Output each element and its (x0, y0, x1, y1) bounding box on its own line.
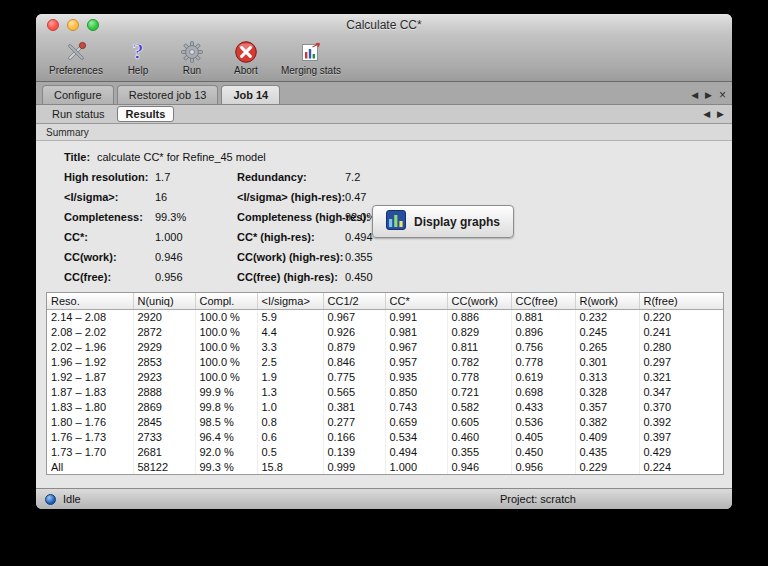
table-cell: 0.881 (511, 309, 575, 324)
table-cell: 0.957 (385, 354, 447, 369)
column-header-n-uniq[interactable]: N(uniq) (133, 293, 195, 309)
titlebar[interactable]: Calculate CC* (36, 14, 732, 36)
column-header-i-sigma[interactable]: <I/sigma> (257, 293, 323, 309)
column-header-r-work[interactable]: R(work) (575, 293, 639, 309)
table-row[interactable]: 1.73 – 1.70268192.0 %0.50.1390.4940.3550… (47, 444, 723, 459)
results-table-container: Reso.N(uniq)Compl.<I/sigma>CC1/2CC*CC(wo… (46, 292, 724, 475)
table-cell: 0.166 (323, 429, 385, 444)
table-cell: 0.778 (511, 354, 575, 369)
tab-job-14[interactable]: Job 14 (221, 85, 280, 104)
project-label: Project: scratch (500, 493, 576, 505)
table-cell: 2845 (133, 414, 195, 429)
table-cell: 1.3 (257, 384, 323, 399)
abort-button[interactable]: Abort (224, 38, 268, 77)
zoom-window-button[interactable] (87, 19, 99, 31)
tab-scroll-right-icon[interactable]: ▶ (705, 91, 712, 100)
table-cell: 92.0 % (195, 444, 257, 459)
run-button[interactable]: Run (170, 38, 214, 77)
tab-close-icon[interactable]: × (719, 89, 726, 101)
abort-icon (234, 39, 258, 65)
preferences-icon (64, 39, 88, 65)
column-header-compl[interactable]: Compl. (195, 293, 257, 309)
table-cell: 1.000 (385, 459, 447, 474)
column-header-cc-work[interactable]: CC(work) (447, 293, 511, 309)
table-cell: 0.397 (639, 429, 723, 444)
table-row[interactable]: 1.87 – 1.83288899.9 %1.30.5650.8500.7210… (47, 384, 723, 399)
table-cell: 0.280 (639, 339, 723, 354)
table-row[interactable]: 2.08 – 2.022872100.0 %4.40.9260.9810.829… (47, 324, 723, 339)
table-cell: 0.224 (639, 459, 723, 474)
column-header-cc1-2[interactable]: CC1/2 (323, 293, 385, 309)
table-cell: 0.409 (575, 429, 639, 444)
table-cell: 100.0 % (195, 324, 257, 339)
table-cell: 3.3 (257, 339, 323, 354)
table-cell: 0.926 (323, 324, 385, 339)
help-icon: ? (126, 39, 150, 65)
table-cell: 2681 (133, 444, 195, 459)
table-cell: 2.14 – 2.08 (47, 309, 133, 324)
table-row[interactable]: 1.96 – 1.922853100.0 %2.50.8460.9570.782… (47, 354, 723, 369)
column-header-reso[interactable]: Reso. (47, 293, 133, 309)
table-cell: 0.5 (257, 444, 323, 459)
help-button[interactable]: ? Help (116, 38, 160, 77)
toolbar-label: Preferences (49, 65, 103, 76)
table-cell: 0.619 (511, 369, 575, 384)
table-cell: 0.536 (511, 414, 575, 429)
status-bar: Idle Project: scratch (36, 488, 732, 509)
tab-scroll-left-icon[interactable]: ◀ (691, 91, 698, 100)
column-header-cc-free[interactable]: CC(free) (511, 293, 575, 309)
tab-results[interactable]: Results (117, 106, 175, 122)
desktop-background: Calculate CC* Preferences ? (0, 0, 768, 566)
table-row[interactable]: 1.92 – 1.872923100.0 %1.90.7750.9350.778… (47, 369, 723, 384)
summary-label: Completeness (high-res): (237, 211, 345, 223)
tab-label: Configure (54, 89, 102, 101)
preferences-button[interactable]: Preferences (46, 38, 106, 77)
tab-run-status[interactable]: Run status (44, 107, 113, 121)
merging-stats-button[interactable]: Merging stats (278, 38, 344, 77)
display-graphs-label: Display graphs (414, 215, 500, 229)
table-cell: 99.8 % (195, 399, 257, 414)
app-window: Calculate CC* Preferences ? (36, 14, 732, 509)
table-cell: 0.450 (511, 444, 575, 459)
summary-label: Completeness: (64, 211, 155, 223)
table-cell: 0.232 (575, 309, 639, 324)
tab-configure[interactable]: Configure (42, 85, 114, 104)
table-cell: 0.775 (323, 369, 385, 384)
table-row[interactable]: 1.83 – 1.80286999.8 %1.00.3810.7430.5820… (47, 399, 723, 414)
table-row[interactable]: 1.80 – 1.76284598.5 %0.80.2770.6590.6050… (47, 414, 723, 429)
summary-label: <I/sigma> (high-res): (237, 191, 345, 203)
summary-label: High resolution: (64, 171, 155, 183)
table-row[interactable]: 1.76 – 1.73273396.4 %0.60.1660.5340.4600… (47, 429, 723, 444)
summary-label: CC*: (64, 231, 155, 243)
subtab-scroll-right-icon[interactable]: ▶ (717, 109, 724, 119)
table-cell: 0.245 (575, 324, 639, 339)
table-cell: 1.80 – 1.76 (47, 414, 133, 429)
table-cell: 0.435 (575, 444, 639, 459)
column-header-cc[interactable]: CC* (385, 293, 447, 309)
close-window-button[interactable] (47, 19, 59, 31)
summary-value: 0.355 (345, 251, 732, 263)
column-header-r-free[interactable]: R(free) (639, 293, 723, 309)
table-row[interactable]: All5812299.3 %15.80.9991.0000.9460.9560.… (47, 459, 723, 474)
minimize-window-button[interactable] (67, 19, 79, 31)
summary-value: 0.450 (345, 271, 732, 283)
table-cell: 0.392 (639, 414, 723, 429)
table-cell: 0.220 (639, 309, 723, 324)
display-graphs-button[interactable]: Display graphs (372, 205, 514, 238)
tab-restored-job-13[interactable]: Restored job 13 (117, 85, 219, 104)
summary-section-label: Summary (46, 127, 89, 138)
table-cell: 0.460 (447, 429, 511, 444)
table-cell: 100.0 % (195, 354, 257, 369)
table-cell: 0.935 (385, 369, 447, 384)
table-cell: 0.756 (511, 339, 575, 354)
table-row[interactable]: 2.14 – 2.082920100.0 %5.90.9670.9910.886… (47, 309, 723, 324)
table-cell: 0.229 (575, 459, 639, 474)
table-cell: 0.829 (447, 324, 511, 339)
table-cell: 0.381 (323, 399, 385, 414)
table-cell: 15.8 (257, 459, 323, 474)
status-text: Idle (63, 493, 81, 505)
table-cell: 0.6 (257, 429, 323, 444)
subtab-scroll-left-icon[interactable]: ◀ (703, 109, 710, 119)
window-title: Calculate CC* (346, 18, 421, 32)
table-row[interactable]: 2.02 – 1.962929100.0 %3.30.8790.9670.811… (47, 339, 723, 354)
